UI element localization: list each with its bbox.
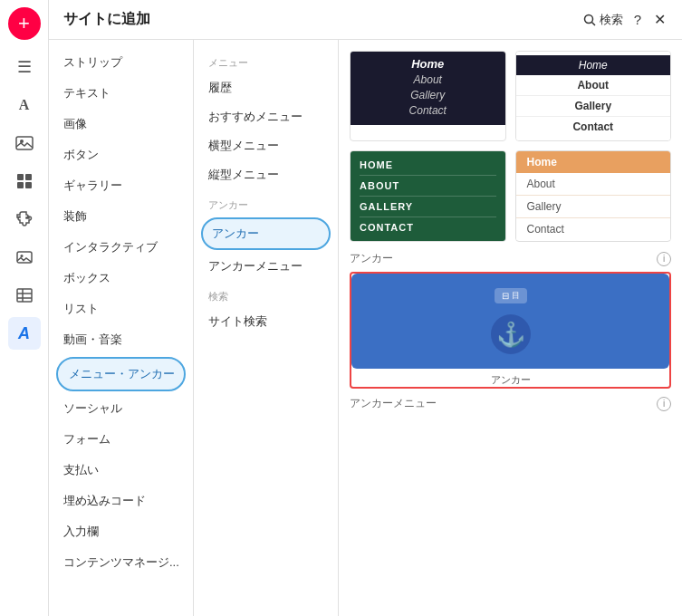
sub-item-horizontal[interactable]: 横型メニュー (194, 131, 338, 160)
menu-gallery-green: GALLERY (360, 197, 496, 217)
category-menu-anchor[interactable]: メニュー・アンカー (56, 357, 186, 391)
category-payment[interactable]: 支払い (49, 455, 193, 486)
category-embed[interactable]: 埋め込みコード (49, 486, 193, 516)
anchor-handle-icon: ⊟ (502, 291, 509, 301)
svg-rect-3 (25, 174, 32, 180)
menu-gallery-item: Gallery (360, 89, 496, 101)
menu-preview-bordered[interactable]: Home About Gallery Contact (515, 51, 672, 141)
category-form[interactable]: フォーム (49, 424, 193, 455)
menu-preview-peach[interactable]: Home About Gallery Contact (515, 150, 672, 242)
menu-about-item: About (360, 73, 496, 86)
help-button[interactable]: ? (632, 10, 643, 29)
category-social[interactable]: ソーシャル (49, 393, 193, 424)
menu-home-bordered: Home (516, 55, 671, 75)
anchor-section-label: アンカー i (350, 251, 671, 266)
menu-green-content: HOME ABOUT GALLERY CONTACT (351, 151, 505, 241)
svg-rect-2 (17, 174, 24, 180)
menu-gallery-peach: Gallery (516, 196, 671, 218)
menu-peach-content: Home About Gallery Contact (516, 151, 671, 240)
menu-about-green: ABOUT (360, 176, 496, 197)
anchor-menu-section-label: アンカーメニュー i (350, 396, 671, 411)
sidebar-icon-image[interactable] (8, 241, 41, 274)
menu-about-bordered: About (516, 75, 671, 96)
svg-point-12 (584, 14, 592, 23)
sidebar-icon-font[interactable]: A (8, 317, 41, 350)
panel-title: サイトに追加 (63, 10, 150, 29)
menu-home-peach: Home (516, 151, 671, 173)
content-area: ストリップ テキスト 画像 ボタン ギャラリー 装飾 インタラクティブ ボックス… (49, 40, 682, 616)
sub-item-anchor[interactable]: アンカー (201, 217, 331, 250)
sidebar-icon-table[interactable] (8, 279, 41, 312)
search-button[interactable]: 検索 (583, 12, 623, 28)
category-media[interactable]: 動画・音楽 (49, 324, 193, 355)
menu-dark-italic-content: Home About Gallery Contact (351, 52, 505, 125)
sub-item-anchor-menu[interactable]: アンカーメニュー (194, 252, 338, 281)
category-cms[interactable]: コンテンツマネージ... (49, 547, 193, 578)
menu-home-green: HOME (360, 155, 496, 176)
sidebar-icon-grid[interactable] (8, 165, 41, 197)
anchor-menu-info-icon[interactable]: i (657, 397, 671, 411)
menu-gallery-bordered: Gallery (516, 96, 671, 117)
svg-rect-4 (17, 182, 24, 188)
category-decoration[interactable]: 装飾 (49, 201, 193, 232)
sub-item-site-search[interactable]: サイト検索 (194, 307, 338, 336)
sidebar-icon-text[interactable]: A (8, 89, 41, 121)
preview-area: Home About Gallery Contact Home About Ga… (339, 40, 682, 616)
sidebar-icon-document[interactable]: ☰ (8, 51, 41, 83)
search-icon (583, 14, 596, 26)
menu-contact-item: Contact (360, 104, 496, 117)
svg-rect-0 (16, 137, 33, 149)
main-panel: サイトに追加 検索 ? ✕ ストリップ テキスト 画像 ボタン ギャラリー 装飾… (49, 0, 682, 616)
menu-contact-peach: Contact (516, 218, 671, 240)
sub-section-menu: メニュー (194, 47, 338, 73)
panel-section: サイトに追加 検索 ? ✕ ストリップ テキスト 画像 ボタン ギャラリー 装飾… (49, 0, 682, 616)
menu-bordered-content: Home About Gallery Contact (516, 52, 671, 140)
anchor-selected-card[interactable]: ⊟ 目 ⚓ アンカー (350, 272, 671, 389)
category-button[interactable]: ボタン (49, 140, 193, 170)
anchor-card-content: ⊟ 目 ⚓ (351, 274, 669, 369)
category-text[interactable]: テキスト (49, 78, 193, 109)
category-interactive[interactable]: インタラクティブ (49, 232, 193, 263)
subcategory-list: メニュー 履歴 おすすめメニュー 横型メニュー 縦型メニュー アンカー アンカー… (194, 40, 339, 616)
header-actions: 検索 ? ✕ (583, 9, 668, 30)
category-input[interactable]: 入力欄 (49, 516, 193, 547)
svg-rect-5 (25, 182, 32, 188)
anchor-symbol: ⚓ (491, 314, 531, 354)
category-list: ストリップ テキスト 画像 ボタン ギャラリー 装飾 インタラクティブ ボックス… (49, 40, 194, 616)
category-gallery[interactable]: ギャラリー (49, 170, 193, 201)
sub-item-vertical[interactable]: 縦型メニュー (194, 160, 338, 189)
category-image[interactable]: 画像 (49, 109, 193, 140)
svg-rect-8 (17, 289, 32, 302)
anchor-card-label: アンカー (351, 373, 669, 387)
sidebar-icon-media[interactable] (8, 127, 41, 159)
sub-item-history[interactable]: 履歴 (194, 73, 338, 102)
left-sidebar: + ☰ A A (0, 0, 49, 616)
close-button[interactable]: ✕ (652, 9, 668, 30)
menu-about-peach: About (516, 173, 671, 196)
sub-item-recommended[interactable]: おすすめメニュー (194, 102, 338, 131)
anchor-handle: ⊟ 目 (495, 288, 527, 303)
anchor-handle-label: 目 (512, 290, 520, 302)
category-box[interactable]: ボックス (49, 263, 193, 294)
panel-header: サイトに追加 検索 ? ✕ (49, 0, 682, 40)
svg-line-13 (591, 22, 595, 25)
menu-contact-bordered: Contact (516, 117, 671, 137)
add-button[interactable]: + (8, 7, 41, 40)
sub-section-search: 検索 (194, 281, 338, 307)
sub-section-anchor: アンカー (194, 189, 338, 216)
menu-home-item: Home (360, 57, 496, 71)
menu-preview-grid: Home About Gallery Contact Home About Ga… (350, 51, 671, 242)
anchor-info-icon[interactable]: i (657, 252, 671, 266)
menu-preview-green[interactable]: HOME ABOUT GALLERY CONTACT (350, 150, 506, 242)
menu-preview-dark-italic[interactable]: Home About Gallery Contact (350, 51, 506, 141)
sidebar-icon-puzzle[interactable] (8, 203, 41, 236)
menu-contact-green: CONTACT (360, 217, 496, 237)
category-strip[interactable]: ストリップ (49, 47, 193, 78)
category-list[interactable]: リスト (49, 294, 193, 324)
